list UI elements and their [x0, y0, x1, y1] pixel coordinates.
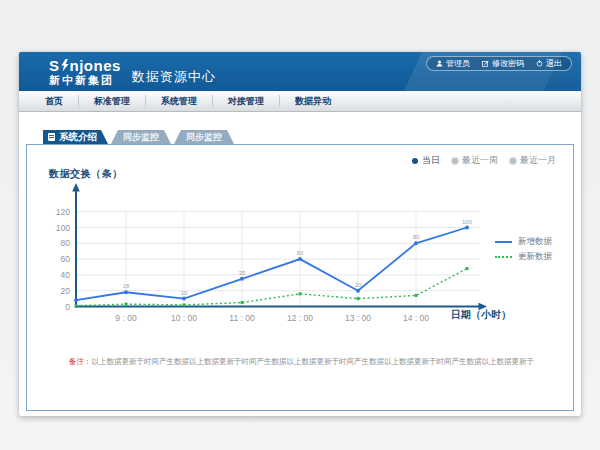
footnote-text: 以上数据更新于时间产生数据以上数据更新于时间产生数据以上数据更新于时间产生数据以…	[92, 357, 535, 366]
chart-panel: 0204060801001209 : 0010 : 0011 : 0012 : …	[26, 144, 574, 411]
tab-bar: 系统介绍 同步监控 同步监控	[43, 130, 581, 144]
svg-text:12 : 00: 12 : 00	[287, 313, 313, 323]
edit-icon	[482, 60, 489, 67]
radio-selected-icon	[412, 158, 418, 164]
footnote-label: 备注：	[69, 357, 92, 366]
page-background: S njones 新中新集团 数据资源中心 管理员 修改密码 退出	[0, 0, 600, 450]
footnote: 备注：以上数据更新于时间产生数据以上数据更新于时间产生数据以上数据更新于时间产生…	[69, 357, 534, 367]
user-icon	[436, 60, 443, 67]
svg-text:20: 20	[355, 282, 362, 288]
current-user[interactable]: 管理员	[430, 58, 476, 69]
range-option-today[interactable]: 当日	[412, 154, 440, 167]
svg-text:11 : 00: 11 : 00	[229, 313, 255, 323]
document-icon	[48, 133, 55, 141]
main-nav: 首页 标准管理 系统管理 对接管理 数据异动	[19, 91, 581, 112]
nav-item-interface-mgmt[interactable]: 对接管理	[213, 95, 280, 107]
svg-text:9 : 00: 9 : 00	[115, 313, 137, 323]
svg-text:120: 120	[56, 207, 70, 217]
brand-logo-subtitle: 新中新集团	[49, 75, 121, 86]
line-chart: 0204060801001209 : 0010 : 0011 : 0012 : …	[27, 145, 573, 410]
power-icon	[536, 60, 543, 67]
svg-text:13 : 00: 13 : 00	[345, 313, 371, 323]
svg-text:80: 80	[413, 234, 420, 240]
svg-text:14 : 00: 14 : 00	[403, 313, 429, 323]
brand-logo-wordmark: S njones	[49, 58, 121, 73]
brand-logo: S njones 新中新集团	[49, 58, 121, 86]
user-toolbar: 管理员 修改密码 退出	[426, 56, 572, 71]
series-legend: 新增数据 更新数据	[495, 234, 552, 265]
dotted-line-swatch	[495, 256, 512, 258]
nav-item-system-mgmt[interactable]: 系统管理	[146, 95, 213, 107]
svg-text:0: 0	[65, 302, 70, 312]
tab-sync-monitor-2[interactable]: 同步监控	[174, 130, 234, 144]
logo-text-rest: njones	[70, 58, 121, 73]
svg-text:80: 80	[61, 238, 71, 248]
svg-text:40: 40	[61, 270, 71, 280]
nav-item-standard-mgmt[interactable]: 标准管理	[79, 95, 146, 107]
nav-item-data-change[interactable]: 数据异动	[280, 95, 346, 107]
svg-text:100: 100	[56, 223, 70, 233]
x-axis-title: 日期（小时）	[451, 308, 511, 322]
app-window: S njones 新中新集团 数据资源中心 管理员 修改密码 退出	[19, 52, 581, 416]
logout-button[interactable]: 退出	[530, 58, 568, 69]
change-password-button[interactable]: 修改密码	[476, 58, 530, 69]
tab-sync-monitor-1[interactable]: 同步监控	[111, 130, 171, 144]
nav-item-home[interactable]: 首页	[19, 95, 79, 107]
tab-system-intro[interactable]: 系统介绍	[43, 130, 108, 144]
legend-item-new-data[interactable]: 新增数据	[495, 234, 552, 250]
range-options: 当日 最近一周 最近一月	[412, 154, 556, 167]
lightning-icon	[61, 59, 69, 72]
svg-text:18: 18	[123, 283, 130, 289]
range-option-last-week[interactable]: 最近一周	[452, 154, 498, 167]
svg-text:100: 100	[462, 219, 473, 225]
app-title: 数据资源中心	[132, 68, 216, 86]
svg-text:10: 10	[181, 290, 188, 296]
content-area: 系统介绍 同步监控 同步监控 0204060801001209 : 0010 :…	[19, 130, 581, 411]
radio-unselected-icon	[510, 158, 516, 164]
radio-unselected-icon	[452, 158, 458, 164]
svg-text:10 : 00: 10 : 00	[171, 313, 197, 323]
logo-text-s: S	[49, 58, 60, 73]
svg-text:60: 60	[61, 254, 71, 264]
svg-text:20: 20	[61, 286, 71, 296]
legend-item-updated-data[interactable]: 更新数据	[495, 250, 552, 266]
svg-text:35: 35	[239, 270, 246, 276]
range-option-last-month[interactable]: 最近一月	[510, 154, 556, 167]
y-axis-title: 数据交换（条）	[49, 167, 123, 181]
app-header: S njones 新中新集团 数据资源中心 管理员 修改密码 退出	[19, 52, 581, 91]
solid-line-swatch	[495, 241, 512, 243]
svg-text:60: 60	[297, 250, 304, 256]
